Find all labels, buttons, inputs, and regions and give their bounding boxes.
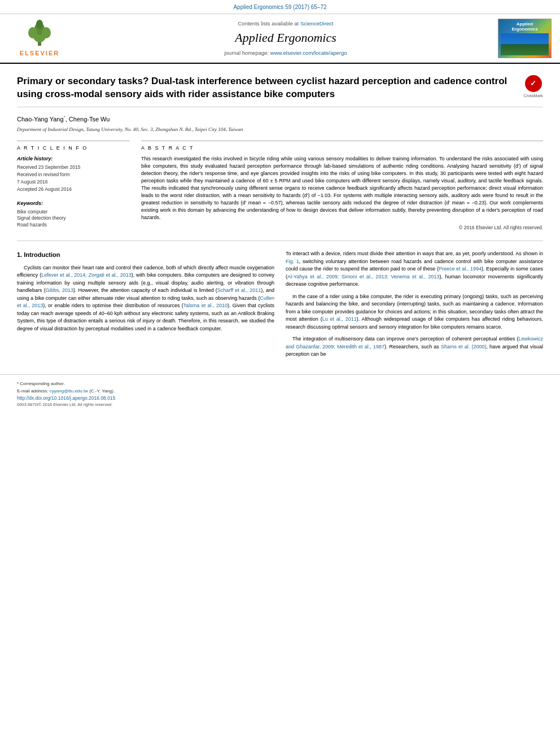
page-wrapper: Applied Ergonomics 59 (2017) 65–72 ELSEV… bbox=[0, 0, 560, 413]
accepted-date: Accepted 26 August 2016 bbox=[17, 186, 130, 193]
section1-right-para3: The integration of multisensory data can… bbox=[286, 335, 543, 359]
abstract-column: A B S T R A C T This research investigat… bbox=[141, 141, 543, 231]
received-date: Received 23 September 2015 bbox=[17, 164, 130, 171]
author1-link[interactable]: Chao-Yang Yang bbox=[17, 115, 64, 122]
ref-talsma[interactable]: Talsma et al., 2010 bbox=[183, 303, 228, 308]
article-history-heading: Article history: bbox=[17, 155, 130, 163]
keyword1: Bike computer bbox=[17, 209, 130, 216]
crossmark-icon: ✓ bbox=[525, 75, 542, 92]
copyright-line: © 2016 Elsevier Ltd. All rights reserved… bbox=[141, 225, 543, 231]
elsevier-brand-text: ELSEVIER bbox=[20, 49, 59, 58]
ref-fig1[interactable]: Fig. 1 bbox=[286, 259, 299, 264]
journal-ref-link[interactable]: Applied Ergonomics 59 (2017) 65–72 bbox=[233, 4, 326, 10]
abstract-heading: A B S T R A C T bbox=[141, 145, 543, 152]
homepage-link[interactable]: www.elsevier.com/locate/apergo bbox=[270, 50, 347, 56]
article-main-title: Primary or secondary tasks? Dual-task in… bbox=[17, 75, 518, 101]
email-link[interactable]: cyyang@ttu.edu.tw bbox=[50, 388, 88, 394]
ref-scharff[interactable]: Scharff et al., 2011 bbox=[217, 287, 261, 293]
elsevier-tree-icon bbox=[23, 19, 56, 47]
footnote-email: E-mail address: cyyang@ttu.edu.tw (C.-Y.… bbox=[17, 388, 543, 394]
contents-line: Contents lists available at ScienceDirec… bbox=[79, 20, 492, 27]
ref-lewkowicz[interactable]: Lewkowicz and Ghazanfar, 2009; Meredith … bbox=[286, 336, 543, 350]
revised-date: 7 August 2016 bbox=[17, 179, 130, 186]
crossmark-badge[interactable]: ✓ CrossMark bbox=[523, 75, 543, 99]
article-info-column: A R T I C L E I N F O Article history: R… bbox=[17, 141, 130, 231]
section1-right-para2: In the case of a rider using a bike comp… bbox=[286, 293, 543, 331]
ref-shams[interactable]: Shams et al. (2000) bbox=[441, 344, 486, 350]
keyword2: Signal detection theory bbox=[17, 215, 130, 222]
journal-header-left: ELSEVIER bbox=[6, 19, 73, 58]
ref-gibbs[interactable]: Gibbs, 2013 bbox=[46, 287, 73, 293]
keyword3: Road hazards bbox=[17, 222, 130, 229]
body-columns: 1. Introduction Cyclists can monitor the… bbox=[17, 250, 543, 363]
author2-link[interactable]: Cheng-Tse Wu bbox=[69, 115, 110, 122]
doi-link[interactable]: http://dx.doi.org/10.1016/j.apergo.2016.… bbox=[17, 395, 543, 402]
keywords-heading: Keywords: bbox=[17, 200, 130, 207]
article-info-heading: A R T I C L E I N F O bbox=[17, 145, 130, 152]
footnote-corresponding: * Corresponding author. bbox=[17, 381, 543, 387]
ref-lu[interactable]: Lu et al., 2011 bbox=[322, 316, 357, 322]
section-divider bbox=[17, 241, 543, 241]
section1-title: 1. Introduction bbox=[17, 250, 274, 260]
abstract-text: This research investigated the risks inv… bbox=[141, 155, 543, 221]
section1-left-para1: Cyclists can monitor their heart rate an… bbox=[17, 264, 274, 333]
ref-lefever[interactable]: Lefever et al., 2014; Zorgati et al., 20… bbox=[41, 272, 132, 278]
journal-thumbnail: AppliedErgonomics bbox=[498, 19, 552, 58]
footer-area: * Corresponding author. E-mail address: … bbox=[0, 374, 560, 414]
affiliation-line: Department of Industrial Design, Tatung … bbox=[17, 126, 543, 133]
section1-right-para1: To interact with a device, riders must d… bbox=[286, 250, 543, 289]
svg-point-4 bbox=[28, 27, 37, 38]
journal-header: ELSEVIER Contents lists available at Sci… bbox=[0, 14, 560, 64]
svg-point-3 bbox=[36, 20, 43, 29]
revised-label: Received in revised form bbox=[17, 172, 130, 178]
elsevier-logo: ELSEVIER bbox=[6, 19, 73, 58]
article-content: Primary or secondary tasks? Dual-task in… bbox=[0, 64, 560, 374]
journal-header-center: Contents lists available at ScienceDirec… bbox=[79, 20, 492, 56]
body-right-col: To interact with a device, riders must d… bbox=[286, 250, 543, 363]
journal-thumb-title: AppliedErgonomics bbox=[511, 21, 537, 32]
ref-cullen[interactable]: Cullen et al., 2013 bbox=[17, 295, 274, 309]
article-info-abstract-columns: A R T I C L E I N F O Article history: R… bbox=[17, 141, 543, 231]
journal-title: Applied Ergonomics bbox=[79, 29, 492, 47]
journal-header-right: AppliedErgonomics bbox=[498, 19, 554, 58]
article-title-area: Primary or secondary tasks? Dual-task in… bbox=[17, 75, 543, 107]
ref-preece[interactable]: Preece et al., 1994 bbox=[439, 266, 482, 272]
keywords-section: Keywords: Bike computer Signal detection… bbox=[17, 200, 130, 229]
authors-line: Chao-Yang Yang*, Cheng-Tse Wu bbox=[17, 114, 543, 124]
sciencedirect-link[interactable]: ScienceDirect bbox=[300, 20, 334, 27]
svg-point-5 bbox=[42, 27, 51, 38]
top-bar: Applied Ergonomics 59 (2017) 65–72 bbox=[0, 0, 560, 14]
homepage-line: journal homepage: www.elsevier.com/locat… bbox=[79, 49, 492, 56]
issn-line: 0003-6870/© 2016 Elsevier Ltd. All right… bbox=[17, 402, 543, 408]
body-left-col: 1. Introduction Cyclists can monitor the… bbox=[17, 250, 274, 363]
crossmark-label: CrossMark bbox=[524, 93, 543, 99]
ref-alyahya[interactable]: Al-Yahya et al., 2009; Simoni et al., 20… bbox=[287, 274, 439, 279]
journal-thumb-image bbox=[501, 33, 549, 55]
